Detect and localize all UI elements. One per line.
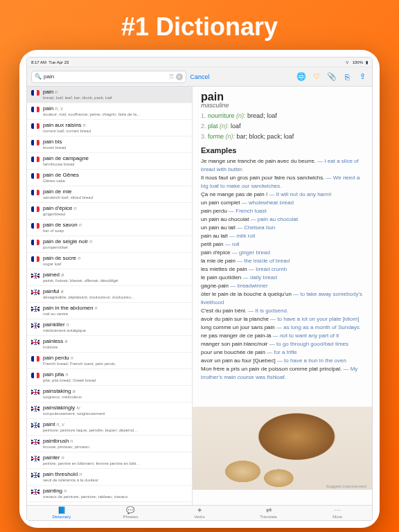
tab-translate[interactable]: ⇄Translate — [234, 506, 303, 520]
results-list[interactable]: pain nbread; loaf; leaf; bar; block; pac… — [27, 87, 193, 505]
headword: pain de seigle noir n — [43, 238, 188, 245]
gloss: currant loaf; currant bread — [43, 129, 188, 134]
flag-icon — [31, 206, 39, 212]
list-item[interactable]: pain de seigle noir npumpernickel — [27, 236, 192, 253]
flag-icon — [31, 223, 39, 229]
list-item[interactable]: pain de savon nbar of soap — [27, 220, 192, 236]
headword: pained a — [43, 272, 188, 278]
example: C'est du pain béni. — It is godsend. — [201, 307, 364, 315]
gloss: soigneux; méticuleux — [43, 395, 188, 400]
book-icon[interactable]: ⎘ — [342, 71, 353, 82]
flag-icon — [31, 190, 39, 195]
flag-icon — [31, 306, 39, 312]
list-item[interactable]: painless aindolore — [27, 336, 192, 353]
search-field[interactable]: 🔍 ☰ × — [31, 71, 186, 83]
tab-more[interactable]: ⋯More — [303, 506, 372, 520]
battery-pct: 100% — [353, 60, 363, 64]
gloss: seuil de tolérance à la douleur — [43, 478, 188, 483]
headword: paint n, v — [43, 421, 188, 428]
tab-icon: 📘 — [57, 507, 66, 514]
list-item[interactable]: pain nbread; loaf; leaf; bar; block; pac… — [27, 87, 192, 103]
flag-icon — [31, 406, 39, 411]
example: Il nous faut un gros pain pour faire nos… — [201, 174, 364, 190]
screen: 8:17 AM Tue Apr 23 ᯤ100%▮ 🔍 ☰ × Cancel 🌐… — [26, 57, 373, 521]
entry-image — [193, 407, 372, 490]
list-item[interactable]: painstakingly ivscrupuleusement; soigneu… — [27, 402, 192, 419]
flag-icon — [31, 339, 39, 345]
list-item[interactable]: painstaking asoigneux; méticuleux — [27, 386, 192, 402]
gloss: peinture; peinture laque; peindre; laque… — [43, 428, 188, 433]
flag-icon — [31, 356, 39, 362]
list-item[interactable]: pain pita npita; pita bread; Greek bread — [27, 369, 192, 386]
sense: 1. nourriture (n): bread; loaf — [201, 112, 364, 121]
headword: painful a — [43, 288, 188, 295]
list-item[interactable]: pain de GênesGênes cake — [27, 170, 192, 186]
gloss: bread; loaf; leaf; bar; block; pack; loa… — [43, 96, 188, 100]
example: les miettes de pain — bread crumb — [201, 265, 364, 274]
heart-icon[interactable]: ♡ — [311, 71, 322, 82]
clip-icon[interactable]: 📎 — [326, 71, 337, 82]
tab-label: More — [332, 515, 342, 519]
list-item[interactable]: paint n, vpeinture; peinture laque; pein… — [27, 419, 192, 436]
gloss: peiné; froissé; blessé; offensé; désobli… — [43, 278, 188, 283]
gloss: brosse; pinceau; pinceau — [43, 445, 188, 450]
example: gagne-pain — breadwinner — [201, 282, 364, 290]
flag-icon — [31, 456, 39, 461]
flag-icon — [31, 107, 39, 112]
list-item[interactable]: painter npeintre; peintre en bâtiment; f… — [27, 452, 192, 469]
headword: pain de campagne — [43, 155, 188, 162]
headword: painkiller n — [43, 321, 188, 328]
list-item[interactable]: painkiller nmédicament antalgique — [27, 319, 192, 336]
list-item[interactable]: pain de sucre nsugar loaf — [27, 253, 192, 269]
list-item[interactable]: pain aux raisins ncurrant loaf; currant … — [27, 120, 192, 136]
headword: pain de mie — [43, 188, 188, 195]
detail-headword: pain — [201, 92, 364, 101]
list-item[interactable]: pain threshold nseuil de tolérance à la … — [27, 469, 192, 486]
filter-icon[interactable]: ☰ — [169, 73, 174, 80]
gloss: gingerbread — [43, 212, 188, 217]
list-item[interactable]: pain perdu nFrench bread; French toast; … — [27, 353, 192, 369]
example: manger son pain blanc/noir — to go throu… — [201, 340, 364, 348]
tab-icon: ⇄ — [266, 507, 272, 514]
tab-icon: 💬 — [126, 507, 134, 514]
tab-phrases[interactable]: 💬Phrases — [96, 506, 166, 520]
tab-dictionary[interactable]: 📘Dictionary — [27, 506, 96, 520]
suggest-link[interactable]: Suggest improvement — [326, 484, 366, 488]
flag-icon — [31, 389, 39, 395]
status-time: 8:17 AM — [31, 60, 46, 64]
list-item[interactable]: painting ntravaux de peinture; peinture;… — [27, 486, 192, 502]
search-icon: 🔍 — [35, 73, 42, 80]
headword: pain n, v — [43, 105, 188, 112]
headword: paintbrush n — [43, 438, 188, 445]
list-item[interactable]: pain d'épice ngingerbread — [27, 203, 192, 220]
example: Ça ne mange pas de pain ! — It will not … — [201, 190, 364, 199]
tab-verbs[interactable]: ✦Verbs — [165, 506, 234, 520]
clear-icon[interactable]: × — [176, 73, 183, 80]
headword: painter n — [43, 454, 188, 461]
share-icon[interactable]: ⇪ — [357, 71, 368, 82]
list-item[interactable]: paintbrush nbrosse; pinceau; pinceau — [27, 436, 192, 452]
list-item[interactable]: pain n, vdouleur; mal; souffrance; peine… — [27, 103, 192, 120]
search-input[interactable] — [44, 73, 167, 80]
example: petit pain — roll — [201, 240, 364, 249]
list-item[interactable]: pain de miesandwich loaf; sliced bread — [27, 186, 192, 203]
flag-icon — [31, 439, 39, 445]
list-item[interactable]: pain bisbrown bread — [27, 136, 192, 153]
example: ôter le pain de la bouche à quelqu'un — … — [201, 290, 364, 307]
toolbar: 🔍 ☰ × Cancel 🌐 ♡ 📎 ⎘ ⇪ — [27, 67, 372, 87]
example: Je mange une tranche de pain avec du beu… — [201, 157, 364, 174]
gloss: bar of soap — [43, 229, 188, 233]
examples-heading: Examples — [201, 146, 364, 155]
cancel-button[interactable]: Cancel — [190, 73, 210, 80]
list-item[interactable]: pained apeiné; froissé; blessé; offensé;… — [27, 269, 192, 286]
flag-icon — [31, 290, 39, 295]
gloss: indolore — [43, 345, 188, 350]
gloss: mal au ventre — [43, 312, 188, 317]
globe-icon[interactable]: 🌐 — [296, 71, 307, 82]
flag-icon — [31, 489, 39, 495]
list-item[interactable]: pain in the abdomen nmal au ventre — [27, 303, 192, 319]
tab-label: Verbs — [194, 515, 204, 519]
list-item[interactable]: painful adésagréable; déplaisant; doulou… — [27, 286, 192, 303]
example: avoir du pain sur la planche — to have a… — [201, 315, 364, 323]
list-item[interactable]: pain de campagnefarmhouse bread — [27, 153, 192, 170]
